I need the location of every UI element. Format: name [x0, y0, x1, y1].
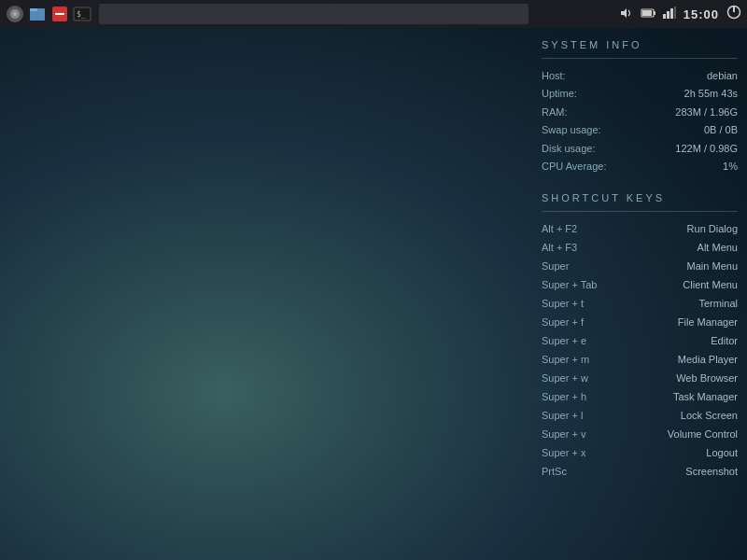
svg-rect-12 [642, 10, 652, 16]
sysinfo-title: SYSTEM INFO [542, 39, 738, 50]
sysinfo-label: Swap usage: [542, 121, 641, 140]
shortcut-action: Logout [628, 444, 738, 463]
taskbar-window-title[interactable] [99, 4, 529, 24]
shortcut-row: Alt + F2Run Dialog [542, 219, 738, 238]
sysinfo-label: CPU Average: [542, 158, 641, 176]
sysinfo-row: Host:debian [542, 66, 738, 85]
sysinfo-label: RAM: [542, 103, 641, 121]
sysinfo-value: 0B / 0B [641, 121, 738, 140]
shortcut-key: Super + f [542, 313, 628, 331]
shortcut-key: Super + w [542, 369, 628, 387]
files-icon[interactable] [28, 5, 47, 23]
shortcut-key: Super + h [542, 387, 628, 406]
shortcut-key: Alt + F2 [542, 219, 628, 238]
shortcut-key: Super + l [542, 406, 628, 425]
shortcut-key: Super + v [542, 426, 628, 444]
shortcut-row: Super + wWeb Browser [542, 369, 738, 387]
taskbar-right: 15:00 [620, 5, 741, 23]
sysinfo-row: Uptime:2h 55m 43s [542, 85, 738, 104]
sysinfo-label: Host: [542, 66, 641, 85]
svg-marker-9 [621, 8, 627, 18]
shortcut-row: Super + eEditor [542, 331, 738, 350]
shortcut-action: Task Manager [628, 387, 738, 406]
shortcut-action: Lock Screen [628, 406, 738, 425]
shortcut-key: Super [542, 257, 628, 275]
taskbar: $_ [0, 0, 747, 28]
taskbar-left: $_ [6, 5, 92, 23]
menu-icon[interactable] [6, 5, 24, 23]
sysinfo-value: 1% [641, 158, 738, 176]
shortcut-key: Super + Tab [542, 275, 628, 294]
svg-rect-13 [663, 14, 666, 19]
shortcut-key: Super + t [542, 294, 628, 313]
sysinfo-value: debian [641, 66, 738, 85]
shortcut-action: Web Browser [628, 369, 738, 387]
sysinfo-row: RAM:283M / 1.96G [542, 103, 738, 121]
shortcut-row: Super + xLogout [542, 444, 738, 463]
svg-rect-16 [674, 7, 676, 19]
sysinfo-label: Disk usage: [542, 139, 641, 158]
shortcut-action: Screenshot [628, 463, 738, 482]
shortcut-action: Volume Control [628, 426, 738, 444]
shortcut-row: Super + TabClient Menu [542, 275, 738, 294]
sysinfo-divider [542, 58, 738, 59]
shortcut-action: Terminal [628, 294, 738, 313]
shortcut-key: Alt + F3 [542, 238, 628, 257]
sysinfo-value: 2h 55m 43s [641, 85, 738, 104]
shortcuts-divider [542, 211, 738, 212]
shortcut-row: Super + fFile Manager [542, 313, 738, 331]
shortcut-key: Super + x [542, 444, 628, 463]
shortcut-row: Super + vVolume Control [542, 426, 738, 444]
app-icon[interactable] [50, 5, 69, 23]
sysinfo-value: 283M / 1.96G [641, 103, 738, 121]
sysinfo-row: Disk usage:122M / 0.98G [542, 139, 738, 158]
shortcut-row: PrtScScreenshot [542, 463, 738, 482]
shortcut-row: Super + mMedia Player [542, 350, 738, 369]
power-button[interactable] [726, 5, 741, 23]
shortcut-row: Alt + F3Alt Menu [542, 238, 738, 257]
shortcuts-table: Alt + F2Run DialogAlt + F3Alt MenuSuperM… [542, 219, 738, 482]
shortcut-row: SuperMain Menu [542, 257, 738, 275]
shortcut-action: Media Player [628, 350, 738, 369]
svg-rect-14 [667, 11, 669, 19]
sysinfo-label: Uptime: [542, 85, 641, 104]
shortcut-row: Super + tTerminal [542, 294, 738, 313]
battery-icon[interactable] [641, 7, 655, 22]
shortcut-key: Super + e [542, 331, 628, 350]
terminal-icon[interactable]: $_ [73, 5, 92, 23]
shortcut-action: Editor [628, 331, 738, 350]
svg-text:$_: $_ [77, 10, 86, 19]
shortcuts-title: SHORTCUT KEYS [542, 192, 738, 203]
svg-rect-15 [670, 8, 673, 19]
sysinfo-row: CPU Average:1% [542, 158, 738, 176]
shortcut-row: Super + lLock Screen [542, 406, 738, 425]
shortcut-action: Client Menu [628, 275, 738, 294]
shortcut-row: Super + hTask Manager [542, 387, 738, 406]
clock[interactable]: 15:00 [684, 7, 719, 21]
svg-rect-4 [30, 8, 37, 11]
volume-icon[interactable] [620, 7, 633, 22]
sysinfo-panel: SYSTEM INFO Host:debianUptime:2h 55m 43s… [542, 39, 738, 482]
sysinfo-row: Swap usage:0B / 0B [542, 121, 738, 140]
svg-rect-11 [654, 11, 655, 15]
sysinfo-table: Host:debianUptime:2h 55m 43sRAM:283M / 1… [542, 66, 738, 175]
shortcut-action: Main Menu [628, 257, 738, 275]
shortcut-action: File Manager [628, 313, 738, 331]
sysinfo-value: 122M / 0.98G [641, 139, 738, 158]
shortcut-key: Super + m [542, 350, 628, 369]
svg-rect-6 [55, 13, 64, 15]
svg-point-2 [13, 12, 17, 16]
shortcut-action: Run Dialog [628, 219, 738, 238]
shortcut-key: PrtSc [542, 463, 628, 482]
shortcut-action: Alt Menu [628, 238, 738, 257]
network-icon[interactable] [663, 7, 676, 22]
